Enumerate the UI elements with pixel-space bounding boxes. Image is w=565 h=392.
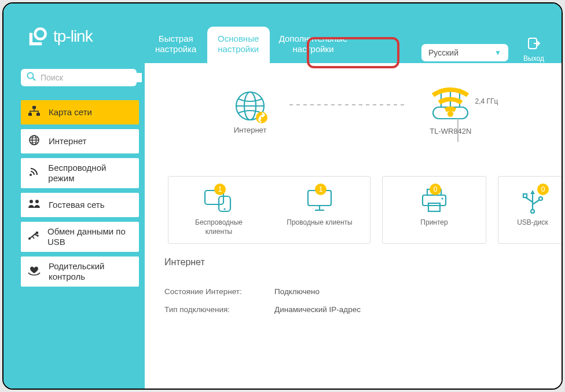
- guests-icon: [28, 199, 41, 211]
- language-select[interactable]: Русский ▼: [421, 44, 508, 61]
- svg-rect-5: [28, 113, 32, 116]
- status-row: Состояние Интернет: Подключено: [164, 283, 542, 301]
- search-icon: [27, 72, 36, 83]
- usb-disk-item[interactable]: 0 USB-диск: [507, 187, 559, 228]
- svg-rect-16: [36, 232, 38, 234]
- card-caption: Беспроводные клиенты: [175, 218, 262, 236]
- sidebar-item-label: Интернет: [49, 136, 86, 146]
- sidebar-item-label: Обмен данными по USB: [47, 226, 132, 247]
- heart-hands-icon: [28, 265, 41, 279]
- language-value: Русский: [428, 48, 458, 57]
- svg-point-25: [447, 111, 453, 116]
- sidebar-item-internet[interactable]: Интернет: [21, 129, 139, 153]
- logout-button[interactable]: Выход: [520, 37, 548, 63]
- search-input[interactable]: [41, 73, 142, 82]
- sidebar-item-label: Беспроводной режим: [48, 163, 132, 184]
- wifi-band-label: 2,4 ГГц: [428, 83, 498, 119]
- globe-icon: [28, 134, 41, 149]
- sidebar: Карта сети Интернет Беспроводной режим Г…: [3, 63, 145, 389]
- wifi-signal-icon: [428, 83, 472, 119]
- sidebar-item-label: Родительский контроль: [49, 261, 132, 282]
- usb-icon: [28, 230, 39, 244]
- sidebar-item-usb-sharing[interactable]: Обмен данными по USB: [21, 222, 139, 252]
- internet-status-badge: [256, 112, 267, 123]
- internet-node[interactable]: Интернет: [234, 90, 267, 134]
- brand-name: tp-link: [53, 27, 93, 46]
- svg-rect-34: [428, 203, 440, 211]
- count-badge: 1: [214, 184, 226, 195]
- sidebar-item-label: Карта сети: [49, 107, 92, 118]
- sidebar-item-label: Гостевая сеть: [49, 200, 104, 210]
- sidebar-item-network-map[interactable]: Карта сети: [21, 100, 139, 124]
- svg-point-37: [531, 210, 534, 213]
- network-map-area: Интернет: [145, 63, 562, 225]
- usb-trident-icon: 0: [516, 187, 549, 214]
- monitor-icon: 1: [303, 187, 336, 214]
- card-caption: Принтер: [391, 218, 478, 228]
- printer-card: 0 Принтер: [382, 176, 486, 244]
- body: Карта сети Интернет Беспроводной режим Г…: [3, 63, 562, 389]
- svg-rect-6: [36, 113, 40, 116]
- svg-point-28: [223, 208, 225, 210]
- header-bar: tp-link Быстрая настройка Основные настр…: [3, 3, 562, 63]
- link-line: [289, 104, 405, 105]
- svg-line-3: [33, 78, 36, 81]
- sidebar-item-guest-network[interactable]: Гостевая сеть: [21, 193, 139, 217]
- svg-point-39: [539, 197, 542, 200]
- status-value: Динамический IP-адрес: [274, 305, 361, 314]
- status-label: Состояние Интернет:: [164, 287, 274, 296]
- card-caption: USB-диск: [507, 218, 559, 228]
- clients-card: 1 Беспроводные клиенты 1 Проводные клиен…: [168, 176, 370, 244]
- count-badge: 0: [537, 184, 549, 195]
- logout-label: Выход: [523, 54, 544, 63]
- count-badge: 1: [315, 184, 326, 195]
- svg-rect-33: [423, 195, 446, 206]
- wireless-clients-item[interactable]: 1 Беспроводные клиенты: [175, 187, 262, 236]
- wired-clients-item[interactable]: 1 Проводные клиенты: [276, 187, 363, 228]
- router-icon: 2,4 ГГц: [428, 89, 472, 123]
- svg-rect-38: [523, 194, 527, 197]
- printer-icon: 0: [418, 187, 450, 214]
- svg-point-14: [35, 200, 39, 203]
- tab-advanced-settings[interactable]: Дополнительные настройки: [270, 27, 357, 64]
- logout-icon: [520, 37, 548, 53]
- svg-rect-4: [32, 106, 36, 109]
- section-title: Интернет: [164, 257, 542, 268]
- card-caption: Проводные клиенты: [276, 218, 363, 228]
- sitemap-icon: [28, 106, 41, 119]
- sidebar-item-wireless[interactable]: Беспроводной режим: [21, 158, 139, 188]
- chevron-down-icon: ▼: [494, 49, 501, 57]
- main-tabs: Быстрая настройка Основные настройки Доп…: [145, 3, 357, 63]
- svg-point-0: [35, 29, 46, 39]
- status-value: Подключено: [274, 287, 320, 296]
- tab-basic-settings[interactable]: Основные настройки: [207, 27, 270, 64]
- devices-icon: 1: [203, 187, 235, 214]
- internet-globe-icon: [234, 90, 266, 122]
- tab-quick-setup[interactable]: Быстрая настройка: [145, 27, 207, 64]
- search-box[interactable]: [21, 69, 137, 86]
- client-cards-row: 1 Беспроводные клиенты 1 Проводные клиен…: [156, 176, 550, 244]
- count-badge: 0: [430, 184, 441, 195]
- topology-row: Интернет: [156, 89, 550, 135]
- sidebar-item-parental-control[interactable]: Родительский контроль: [21, 257, 139, 287]
- topology-downlink-line: [457, 119, 458, 142]
- svg-point-35: [441, 197, 443, 199]
- status-row: Тип подключения: Динамический IP-адрес: [164, 301, 542, 318]
- svg-point-2: [28, 73, 34, 79]
- usb-disk-card: 0 USB-диск: [498, 176, 562, 244]
- svg-point-17: [36, 235, 39, 237]
- status-label: Тип подключения:: [164, 305, 274, 314]
- main-content: Интернет: [145, 63, 562, 389]
- router-node[interactable]: 2,4 ГГц TL-WR842N: [428, 89, 472, 135]
- internet-status-section: Интернет Состояние Интернет: Подключено …: [145, 240, 562, 324]
- brand-logo: tp-link: [3, 26, 93, 63]
- svg-point-12: [30, 174, 32, 176]
- tp-link-logo-icon: [28, 26, 49, 47]
- wifi-icon: [28, 167, 40, 180]
- router-model-label: TL-WR842N: [428, 127, 472, 135]
- printer-item[interactable]: 0 Принтер: [391, 187, 478, 228]
- svg-point-13: [30, 200, 33, 203]
- router-admin-window: tp-link Быстрая настройка Основные настр…: [2, 2, 563, 390]
